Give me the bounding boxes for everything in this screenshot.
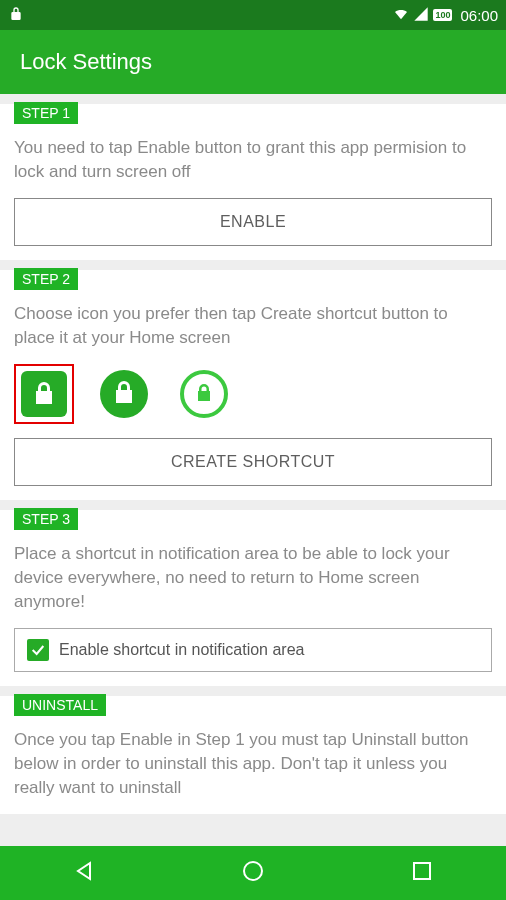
icon-option-circle-filled[interactable] [94,364,154,424]
uninstall-section: UNINSTALL Once you tap Enable in Step 1 … [0,696,506,814]
svg-rect-4 [414,863,430,879]
step2-badge: STEP 2 [14,268,78,290]
checkbox-checked-icon [27,639,49,661]
step3-badge: STEP 3 [14,508,78,530]
icon-option-square[interactable] [14,364,74,424]
icon-options [14,364,492,424]
page-title: Lock Settings [20,49,152,75]
notification-shortcut-checkbox[interactable]: Enable shortcut in notification area [14,628,492,672]
status-bar: 100 06:00 [0,0,506,30]
step1-section: STEP 1 You need to tap Enable button to … [0,104,506,260]
uninstall-badge: UNINSTALL [14,694,106,716]
navigation-bar [0,846,506,900]
signal-icon [413,6,429,25]
recent-button[interactable] [410,859,434,887]
wifi-icon [393,6,409,25]
app-bar: Lock Settings [0,30,506,94]
enable-button[interactable]: ENABLE [14,198,492,246]
lock-icon [8,9,24,25]
step2-section: STEP 2 Choose icon you prefer then tap C… [0,270,506,500]
create-shortcut-button[interactable]: CREATE SHORTCUT [14,438,492,486]
step3-section: STEP 3 Place a shortcut in notification … [0,510,506,686]
checkbox-label: Enable shortcut in notification area [59,641,304,659]
back-button[interactable] [72,859,96,887]
uninstall-description: Once you tap Enable in Step 1 you must t… [14,728,492,800]
icon-option-circle-outline[interactable] [174,364,234,424]
home-button[interactable] [241,859,265,887]
step1-description: You need to tap Enable button to grant t… [14,136,492,184]
step3-description: Place a shortcut in notification area to… [14,542,492,614]
battery-icon: 100 [433,9,452,21]
svg-point-3 [244,862,262,880]
step2-description: Choose icon you prefer then tap Create s… [14,302,492,350]
step1-badge: STEP 1 [14,102,78,124]
status-time: 06:00 [460,7,498,24]
